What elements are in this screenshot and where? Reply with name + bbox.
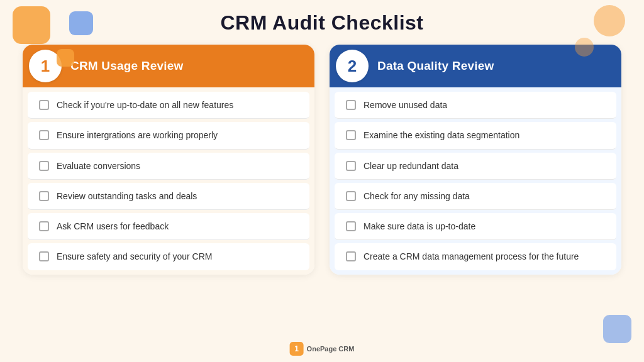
list-item: Remove unused data — [335, 92, 616, 119]
checkbox[interactable] — [39, 191, 49, 201]
deco-orange-tl — [13, 6, 50, 44]
footer-logo: 1 OnePage CRM — [290, 342, 355, 356]
checkbox[interactable] — [39, 100, 49, 110]
checklist-col2: Remove unused dataExamine the existing d… — [330, 87, 621, 275]
list-item: Evaluate conversions — [28, 153, 309, 180]
checkbox[interactable] — [39, 221, 49, 231]
deco-orange-small — [57, 49, 74, 67]
item-text: Ask CRM users for feedback — [57, 220, 169, 233]
list-item: Ensure safety and security of your CRM — [28, 243, 309, 270]
checkbox[interactable] — [39, 130, 49, 140]
item-text: Ensure safety and security of your CRM — [57, 250, 212, 263]
header-number-col2: 2 — [336, 50, 369, 82]
checkbox[interactable] — [346, 130, 356, 140]
deco-blue-tl — [69, 11, 93, 35]
checklist-col1: Check if you're up-to-date on all new fe… — [23, 87, 314, 275]
list-item: Examine the existing data segmentation — [335, 122, 616, 149]
list-item: Make sure data is up-to-date — [335, 213, 616, 240]
checkbox[interactable] — [39, 251, 49, 261]
item-text: Check if you're up-to-date on all new fe… — [57, 99, 233, 111]
item-text: Remove unused data — [364, 99, 447, 111]
checkbox[interactable] — [346, 161, 356, 171]
item-text: Review outstanding tasks and deals — [57, 190, 197, 202]
deco-blue-br — [603, 315, 631, 343]
deco-orange-tr — [594, 5, 625, 36]
page-title: CRM Audit Checklist — [0, 0, 644, 42]
item-text: Create a CRM data management process for… — [364, 250, 579, 263]
checkbox[interactable] — [346, 251, 356, 261]
columns-container: 1CRM Usage ReviewCheck if you're up-to-d… — [0, 45, 644, 275]
header-title-col1: CRM Usage Review — [70, 59, 184, 73]
list-item: Check for any missing data — [335, 183, 616, 210]
list-item: Clear up redundant data — [335, 153, 616, 180]
checkbox[interactable] — [346, 221, 356, 231]
item-text: Make sure data is up-to-date — [364, 220, 475, 233]
list-item: Review outstanding tasks and deals — [28, 183, 309, 210]
checkbox[interactable] — [346, 191, 356, 201]
column-col1: 1CRM Usage ReviewCheck if you're up-to-d… — [23, 45, 314, 275]
item-text: Evaluate conversions — [57, 160, 140, 172]
checkbox[interactable] — [346, 100, 356, 110]
list-item: Check if you're up-to-date on all new fe… — [28, 92, 309, 119]
column-col2: 2Data Quality ReviewRemove unused dataEx… — [330, 45, 621, 275]
item-text: Ensure intergrations are working properl… — [57, 129, 218, 141]
list-item: Ensure intergrations are working properl… — [28, 122, 309, 149]
item-text: Clear up redundant data — [364, 160, 458, 172]
list-item: Ask CRM users for feedback — [28, 213, 309, 240]
logo-icon: 1 — [290, 342, 304, 356]
item-text: Examine the existing data segmentation — [364, 129, 519, 141]
deco-orange-tr2 — [575, 38, 594, 57]
checkbox[interactable] — [39, 161, 49, 171]
header-title-col2: Data Quality Review — [377, 59, 494, 73]
item-text: Check for any missing data — [364, 190, 470, 202]
list-item: Create a CRM data management process for… — [335, 243, 616, 270]
logo-text: OnePage CRM — [307, 345, 355, 353]
